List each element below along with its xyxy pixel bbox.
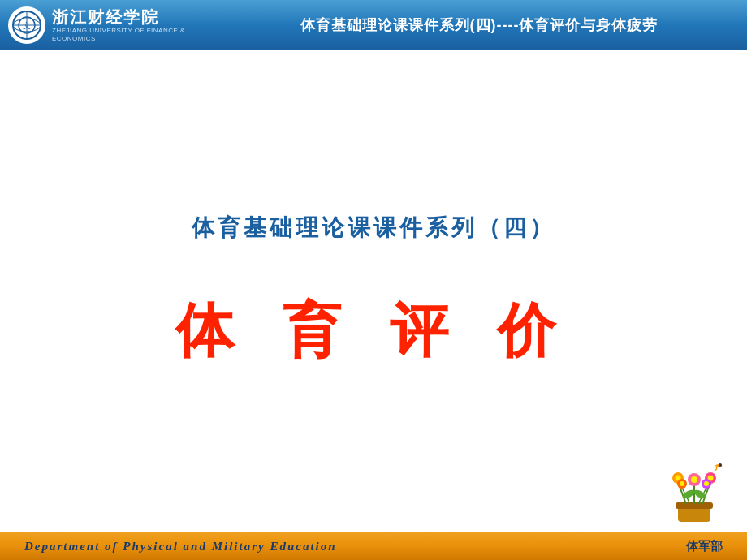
university-name-cn: 浙江财经学院 (52, 7, 227, 27)
university-logo: 文 (8, 6, 45, 44)
svg-point-24 (704, 481, 709, 486)
subtitle-text: 体育基础理论课课件系列（四） (192, 213, 555, 243)
header-title: 体育基础理论课课件系列(四)----体育评价与身体疲劳 (227, 15, 747, 35)
svg-text:文: 文 (23, 21, 31, 30)
university-name: 浙江财经学院 ZHEJIANG UNIVERSITY OF FINANCE & … (52, 7, 227, 42)
svg-point-16 (691, 476, 697, 483)
footer-left-text: Department of Physical and Military Educ… (24, 540, 337, 554)
svg-point-22 (680, 481, 684, 486)
flower-decoration (658, 459, 731, 524)
svg-point-25 (719, 463, 722, 467)
main-content: 体育基础理论课课件系列（四） 体 育 评 价 (0, 50, 747, 532)
footer-right-text: 体军部 (686, 539, 723, 554)
main-title: 体 育 评 价 (175, 292, 572, 370)
header: 文 浙江财经学院 ZHEJIANG UNIVERSITY OF FINANCE … (0, 0, 747, 50)
footer: Department of Physical and Military Educ… (0, 532, 747, 560)
university-name-en: ZHEJIANG UNIVERSITY OF FINANCE & ECONOMI… (52, 27, 227, 42)
logo-area: 文 浙江财经学院 ZHEJIANG UNIVERSITY OF FINANCE … (0, 6, 227, 44)
